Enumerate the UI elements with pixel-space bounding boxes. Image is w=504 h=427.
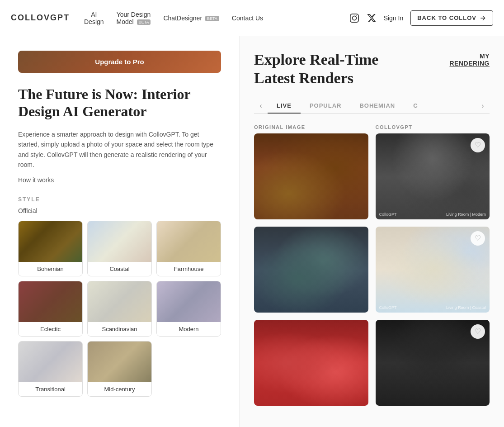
coastal-label: Coastal [88, 262, 151, 276]
original-image-label: ORIGINAL IMAGE [254, 124, 368, 130]
watermark-1: ColloGPT [379, 212, 397, 217]
eclectic-label: Eclectic [19, 322, 82, 336]
original-render-3 [254, 320, 368, 406]
my-rendering-link[interactable]: MYRENDERING [449, 52, 490, 67]
upgrade-button[interactable]: Upgrade to Pro [18, 51, 221, 73]
style-card-scandinavian[interactable]: Scandinavian [87, 281, 152, 337]
transitional-image [19, 342, 82, 382]
tab-bohemian[interactable]: BOHEMIAN [350, 99, 404, 114]
nav-links: AIDesign Your DesignModel BETA ChatDesig… [84, 11, 349, 25]
original-render-2 [254, 227, 368, 313]
tabs-row: ‹ LIVE POPULAR BOHEMIAN C › [254, 99, 490, 114]
tab-popular[interactable]: POPULAR [301, 99, 351, 114]
farmhouse-label: Farmhouse [157, 262, 221, 276]
scandinavian-label: Scandinavian [88, 322, 151, 336]
col-labels: ORIGINAL IMAGE COLLOVGPT [254, 124, 490, 130]
official-label: Official [18, 207, 221, 214]
tab-more[interactable]: C [404, 99, 427, 114]
scandinavian-image [88, 281, 151, 322]
logo[interactable]: COLLOVGPT [11, 13, 70, 23]
tabs-prev-button[interactable]: ‹ [254, 99, 268, 113]
eclectic-image [19, 281, 82, 322]
nav-your-design-model[interactable]: Your DesignModel BETA [117, 11, 151, 25]
twitter-icon[interactable] [367, 13, 377, 23]
arrow-right-icon [479, 14, 486, 22]
tabs-next-button[interactable]: › [476, 99, 490, 113]
main-layout: Upgrade to Pro The Future is Now: Interi… [0, 0, 504, 427]
style-card-transitional[interactable]: Transitional [18, 341, 83, 397]
right-header: Explore Real-Time Latest Renders MYRENDE… [254, 51, 490, 88]
style-card-modern[interactable]: Modern [156, 281, 221, 337]
style-grid: Bohemian Coastal Farmhouse Eclectic Scan… [18, 221, 221, 397]
midcentury-label: Mid-century [88, 382, 151, 396]
coastal-image [88, 221, 151, 262]
signin-button[interactable]: Sign In [384, 14, 404, 22]
original-render-1 [254, 133, 368, 219]
right-title: Explore Real-Time Latest Renders [254, 51, 378, 88]
favorite-button-1[interactable]: ♡ [471, 138, 485, 152]
hero-title: The Future is Now: Interior Design AI Ge… [18, 85, 221, 120]
favorite-button-3[interactable]: ♡ [471, 324, 485, 339]
farmhouse-image [157, 221, 221, 262]
left-panel: Upgrade to Pro The Future is Now: Interi… [0, 36, 240, 427]
back-to-collov-button[interactable]: BACK TO COLLOV [410, 10, 493, 26]
original-image-3 [254, 320, 368, 406]
style-card-coastal[interactable]: Coastal [87, 221, 152, 276]
how-it-works-link[interactable]: How it works [18, 176, 54, 184]
transitional-label: Transitional [19, 382, 82, 396]
collov-render-2: ♡ ColloGPT Living Room | Coastal [376, 227, 490, 313]
style-card-farmhouse[interactable]: Farmhouse [156, 221, 221, 276]
instagram-icon[interactable] [349, 13, 359, 23]
collov-render-3: ♡ [376, 320, 490, 406]
collov-label: COLLOVGPT [376, 124, 490, 130]
style-section-label: STYLE [18, 196, 221, 203]
right-panel: Explore Real-Time Latest Renders MYRENDE… [240, 36, 504, 427]
modern-label: Modern [157, 322, 221, 336]
midcentury-image [88, 342, 151, 382]
svg-rect-0 [350, 14, 358, 22]
original-image-2 [254, 227, 368, 313]
style-card-bohemian[interactable]: Bohemian [18, 221, 83, 276]
svg-point-1 [352, 16, 356, 20]
nav-chat-designer[interactable]: ChatDesigner BETA [163, 14, 219, 22]
favorite-button-2[interactable]: ♡ [471, 231, 485, 246]
svg-point-2 [356, 15, 357, 16]
nav-right: Sign In BACK TO COLLOV [349, 10, 493, 26]
tab-live[interactable]: LIVE [268, 99, 301, 114]
bohemian-image [19, 221, 82, 262]
renders-grid: ♡ ColloGPT Living Room | Modern ♡ ColloG… [254, 133, 490, 406]
collov-render-1: ♡ ColloGPT Living Room | Modern [376, 133, 490, 219]
hero-description: Experience a smarter approach to design … [18, 129, 221, 170]
bohemian-label: Bohemian [19, 262, 82, 276]
modern-image [157, 281, 221, 322]
nav-contact-us[interactable]: Contact Us [232, 14, 263, 22]
original-image-1 [254, 133, 368, 219]
tabs-nav: LIVE POPULAR BOHEMIAN C [268, 99, 476, 113]
style-card-eclectic[interactable]: Eclectic [18, 281, 83, 337]
nav-ai-design[interactable]: AIDesign [84, 11, 104, 25]
style-card-mid-century[interactable]: Mid-century [87, 341, 152, 397]
room-label-1: Living Room | Modern [446, 212, 486, 217]
navbar: COLLOVGPT AIDesign Your DesignModel BETA… [0, 0, 504, 36]
watermark-2: ColloGPT [379, 305, 397, 310]
room-label-2: Living Room | Coastal [446, 305, 486, 310]
